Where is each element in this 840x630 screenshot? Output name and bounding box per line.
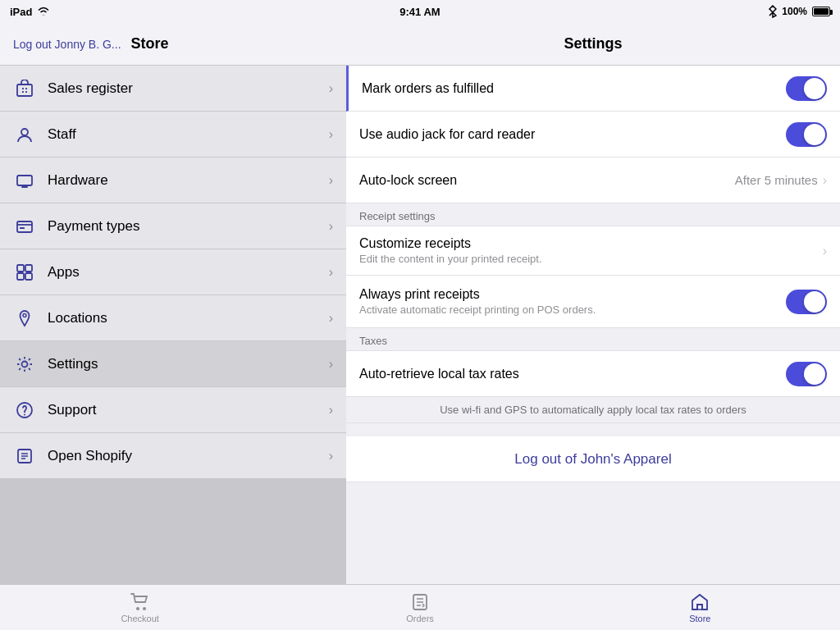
- device-label: iPad: [10, 6, 32, 18]
- sidebar-item-staff[interactable]: Staff ›: [0, 112, 346, 158]
- chevron-right-icon: ›: [329, 173, 333, 188]
- always-print-toggle[interactable]: [786, 290, 827, 314]
- always-print-row: Always print receipts Activate automatic…: [346, 276, 840, 328]
- sidebar-item-support[interactable]: Support ›: [0, 387, 346, 433]
- staff-icon: [13, 123, 36, 146]
- bluetooth-icon: [769, 5, 777, 18]
- toggle-knob: [804, 363, 825, 385]
- customize-receipts-row[interactable]: Customize receipts Edit the content in y…: [346, 226, 840, 276]
- register-icon: [13, 77, 36, 100]
- logout-row[interactable]: Log out of John's Apparel: [346, 436, 840, 482]
- chevron-right-icon: ›: [329, 403, 333, 418]
- tab-label: Checkout: [121, 614, 158, 623]
- mark-orders-label: Mark orders as fulfilled: [362, 81, 786, 96]
- audio-jack-row: Use audio jack for card reader: [346, 112, 840, 158]
- sidebar: Log out Jonny B. G... Store Sales regist…: [0, 23, 346, 584]
- auto-retrieve-tax-toggle[interactable]: [786, 362, 827, 386]
- sidebar-item-locations[interactable]: Locations ›: [0, 295, 346, 341]
- content-header: Settings: [346, 23, 840, 66]
- sidebar-item-hardware[interactable]: Hardware ›: [0, 158, 346, 203]
- auto-lock-row[interactable]: Auto-lock screen After 5 minutes ›: [346, 158, 840, 203]
- sidebar-item-label: Hardware: [48, 172, 329, 189]
- sidebar-header: Log out Jonny B. G... Store: [0, 23, 346, 66]
- sidebar-item-apps[interactable]: Apps ›: [0, 249, 346, 295]
- mark-orders-row: Mark orders as fulfilled: [346, 66, 840, 112]
- sidebar-item-label: Apps: [48, 264, 329, 281]
- sidebar-logout-button[interactable]: Log out Jonny B. G...: [13, 38, 121, 51]
- auto-lock-value: After 5 minutes: [735, 173, 818, 187]
- shopify-icon: [13, 445, 36, 468]
- status-right: 100%: [769, 5, 830, 18]
- support-icon: [13, 399, 36, 422]
- tab-orders[interactable]: Orders: [280, 592, 559, 623]
- toggle-knob: [804, 78, 825, 99]
- chevron-right-icon: ›: [329, 81, 333, 96]
- svg-rect-15: [25, 273, 32, 280]
- mark-orders-toggle[interactable]: [786, 76, 827, 101]
- auto-lock-label: Auto-lock screen: [359, 173, 735, 188]
- battery-icon: [812, 7, 830, 16]
- sidebar-item-sales-register[interactable]: Sales register ›: [0, 66, 346, 112]
- sidebar-item-label: Open Shopify: [48, 448, 329, 464]
- svg-point-22: [143, 607, 146, 610]
- sidebar-title: Store: [131, 35, 169, 52]
- customize-receipts-label: Customize receipts: [359, 236, 823, 251]
- chevron-right-icon: ›: [823, 244, 827, 258]
- store-icon: [690, 592, 710, 612]
- svg-point-16: [23, 313, 26, 317]
- auto-retrieve-tax-row: Auto-retrieve local tax rates: [346, 351, 840, 397]
- status-bar: iPad 9:41 AM 100%: [0, 0, 840, 23]
- sidebar-item-label: Locations: [48, 310, 329, 326]
- svg-point-21: [136, 607, 139, 610]
- svg-rect-7: [21, 186, 28, 188]
- orders-icon: [410, 592, 430, 612]
- chevron-right-icon: ›: [329, 127, 333, 142]
- tab-label: Store: [689, 614, 710, 623]
- svg-rect-12: [17, 265, 24, 272]
- svg-rect-14: [17, 273, 24, 280]
- wifi-icon: [37, 7, 50, 16]
- settings-list: Mark orders as fulfilled Use audio jack …: [346, 66, 840, 584]
- customize-receipts-sublabel: Edit the content in your printed receipt…: [359, 253, 823, 265]
- svg-rect-6: [17, 176, 32, 185]
- sidebar-item-label: Sales register: [48, 80, 329, 97]
- audio-jack-toggle[interactable]: [786, 122, 827, 147]
- toggle-knob: [804, 291, 825, 313]
- sidebar-item-label: Support: [48, 402, 329, 418]
- tab-checkout[interactable]: Checkout: [0, 592, 280, 623]
- chevron-right-icon: ›: [329, 219, 333, 234]
- status-time: 9:41 AM: [399, 6, 440, 18]
- taxes-section-header: Taxes: [346, 328, 840, 351]
- svg-rect-24: [697, 605, 702, 609]
- cart-icon: [130, 592, 150, 612]
- content-title: Settings: [564, 35, 622, 52]
- chevron-right-icon: ›: [329, 449, 333, 463]
- audio-jack-label: Use audio jack for card reader: [359, 127, 786, 142]
- tab-bar: Checkout Orders Store: [0, 584, 840, 630]
- customize-receipts-content: Customize receipts Edit the content in y…: [359, 236, 823, 265]
- settings-icon: [13, 353, 36, 376]
- always-print-sublabel: Activate automatic receipt printing on P…: [359, 304, 786, 316]
- hardware-icon: [13, 169, 36, 192]
- content-area: Settings Mark orders as fulfilled Use au…: [346, 23, 840, 584]
- logout-label: Log out of John's Apparel: [514, 451, 671, 468]
- sidebar-list: Sales register › Staff ›: [0, 66, 346, 584]
- svg-rect-0: [17, 84, 32, 96]
- always-print-label: Always print receipts: [359, 287, 786, 302]
- svg-rect-11: [20, 227, 25, 229]
- svg-point-5: [21, 129, 28, 135]
- sidebar-item-payment-types[interactable]: Payment types ›: [0, 203, 346, 249]
- toggle-knob: [804, 124, 825, 145]
- sidebar-item-settings[interactable]: Settings ›: [0, 341, 346, 387]
- svg-rect-3: [22, 91, 24, 93]
- status-left: iPad: [10, 6, 50, 18]
- svg-rect-2: [25, 88, 27, 89]
- chevron-right-icon: ›: [329, 265, 333, 280]
- sidebar-item-label: Settings: [48, 356, 329, 372]
- svg-rect-9: [17, 221, 32, 232]
- chevron-right-icon: ›: [823, 173, 827, 188]
- sidebar-item-open-shopify[interactable]: Open Shopify ›: [0, 433, 346, 479]
- svg-rect-1: [22, 88, 24, 89]
- tab-store[interactable]: Store: [560, 592, 840, 623]
- sidebar-item-label: Staff: [48, 126, 329, 143]
